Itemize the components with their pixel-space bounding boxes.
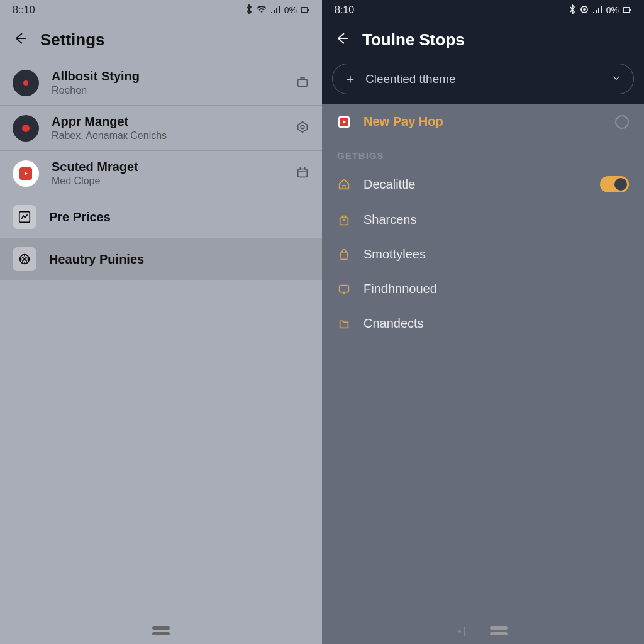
option-decalittle[interactable]: Decalittle bbox=[322, 166, 644, 203]
item-icon bbox=[13, 70, 39, 96]
item-body: Scuted Mraget Med Clope bbox=[52, 160, 283, 187]
featured-item[interactable]: New Pay Hop bbox=[322, 104, 644, 139]
nav-bar bbox=[322, 626, 644, 636]
compass-icon bbox=[13, 247, 36, 271]
item-subtitle: Rabex, Aonamaк Cenichs bbox=[52, 130, 283, 142]
page-title: Toulne Stops bbox=[362, 30, 465, 50]
back-icon[interactable] bbox=[13, 31, 28, 50]
item-body: Sharcens bbox=[364, 213, 629, 227]
settings-item-scuted[interactable]: Scuted Mraget Med Clope bbox=[0, 151, 322, 196]
status-indicators: 0% bbox=[569, 4, 631, 16]
battery-percent: 0% bbox=[284, 5, 297, 15]
item-title: Appr Manget bbox=[52, 114, 283, 129]
item-body: Smottylees bbox=[364, 247, 629, 262]
settings-item-prices[interactable]: Pre Prices bbox=[0, 196, 322, 238]
monitor-icon bbox=[337, 282, 351, 296]
calendar-icon bbox=[296, 165, 309, 182]
status-bar: 8::10 0% bbox=[0, 0, 322, 20]
briefcase-icon bbox=[296, 75, 309, 91]
svg-rect-1 bbox=[308, 9, 309, 11]
bluetooth-icon bbox=[569, 4, 576, 16]
svg-rect-2 bbox=[298, 79, 308, 86]
chevron-down-icon bbox=[611, 72, 622, 86]
theme-selector[interactable]: ＋ Cleentied ttheme bbox=[332, 64, 634, 94]
settings-item-appr[interactable]: Appr Manget Rabex, Aonamaк Cenichs bbox=[0, 106, 322, 151]
svg-rect-0 bbox=[301, 8, 308, 13]
signal-icon bbox=[592, 5, 602, 15]
item-body: Allbosit Stying Reehen bbox=[52, 69, 283, 96]
nav-left[interactable] bbox=[458, 627, 465, 636]
settings-screen: 8::10 0% Settings Allbosit St bbox=[0, 0, 322, 644]
status-time: 8:10 bbox=[335, 4, 354, 16]
item-icon bbox=[13, 115, 39, 142]
battery-icon bbox=[623, 5, 631, 15]
item-body: Findhnnoued bbox=[364, 282, 629, 296]
chart-icon bbox=[13, 205, 36, 229]
settings-item-allbosit[interactable]: Allbosit Stying Reehen bbox=[0, 60, 322, 106]
play-icon bbox=[340, 118, 348, 126]
theme-label: Cleentied ttheme bbox=[365, 72, 602, 86]
item-title: Heautry Puinies bbox=[49, 252, 309, 267]
svg-point-4 bbox=[301, 125, 304, 129]
option-cnandects[interactable]: Cnandects bbox=[322, 306, 644, 341]
section-header: GETBIGS bbox=[322, 139, 644, 166]
nav-bar bbox=[0, 626, 322, 636]
wifi-icon bbox=[257, 5, 267, 15]
item-body: Decalittle bbox=[364, 177, 587, 192]
header-bar: Settings bbox=[0, 20, 322, 60]
settings-item-heautry[interactable]: Heautry Puinies bbox=[0, 238, 322, 280]
item-subtitle: Reehen bbox=[52, 85, 283, 96]
location-icon bbox=[580, 5, 589, 16]
item-title: Allbosit Stying bbox=[52, 69, 283, 84]
svg-point-3 bbox=[22, 125, 30, 132]
options-list: Decalittle Sharcens Smottylees bbox=[322, 166, 644, 644]
svg-rect-10 bbox=[623, 8, 630, 13]
bag-icon bbox=[337, 248, 351, 262]
status-indicators: 0% bbox=[245, 4, 309, 16]
svg-rect-13 bbox=[340, 285, 349, 292]
home-icon bbox=[337, 177, 351, 191]
back-icon[interactable] bbox=[335, 31, 350, 50]
item-body: Appr Manget Rabex, Aonamaк Cenichs bbox=[52, 114, 283, 142]
option-findhnnoued[interactable]: Findhnnoued bbox=[322, 272, 644, 306]
page-title: Settings bbox=[40, 30, 105, 50]
item-body: Cnandects bbox=[364, 316, 629, 331]
settings-list: Allbosit Stying Reehen Appr Manget Rabex… bbox=[0, 60, 322, 644]
signal-icon bbox=[270, 5, 280, 15]
item-title: New Pay Hop bbox=[364, 114, 602, 129]
item-subtitle: Med Clope bbox=[52, 175, 283, 187]
item-icon bbox=[13, 160, 39, 187]
play-icon bbox=[19, 167, 32, 180]
recents-button[interactable] bbox=[490, 626, 508, 636]
hex-icon bbox=[296, 120, 309, 136]
toggle-on[interactable] bbox=[600, 176, 629, 192]
theme-selector-wrap: ＋ Cleentied ttheme bbox=[322, 60, 644, 104]
status-bar: 8:10 0% bbox=[322, 0, 644, 20]
svg-rect-5 bbox=[298, 169, 308, 177]
item-title: Pre Prices bbox=[49, 210, 309, 225]
item-title: Smottylees bbox=[364, 247, 629, 262]
item-body: Pre Prices bbox=[49, 210, 309, 225]
toulne-screen: 8:10 0% Toulne Stops ＋ Cleentied ttheme bbox=[322, 0, 644, 644]
item-title: Scuted Mraget bbox=[52, 160, 283, 174]
status-time: 8::10 bbox=[13, 4, 35, 16]
battery-percent: 0% bbox=[606, 5, 619, 15]
item-body: Heautry Puinies bbox=[49, 252, 309, 267]
battery-icon bbox=[301, 5, 309, 15]
svg-rect-11 bbox=[630, 9, 631, 11]
bluetooth-icon bbox=[245, 4, 253, 16]
svg-rect-12 bbox=[340, 218, 348, 225]
case-icon bbox=[337, 213, 351, 227]
item-title: Cnandects bbox=[364, 316, 629, 331]
svg-point-9 bbox=[583, 8, 586, 11]
option-smottylees[interactable]: Smottylees bbox=[322, 237, 644, 272]
option-sharcens[interactable]: Sharcens bbox=[322, 203, 644, 237]
plus-icon: ＋ bbox=[344, 70, 357, 87]
item-title: Sharcens bbox=[364, 213, 629, 227]
item-icon bbox=[337, 115, 351, 129]
item-title: Decalittle bbox=[364, 177, 587, 192]
item-body: New Pay Hop bbox=[364, 114, 602, 129]
item-title: Findhnnoued bbox=[364, 282, 629, 296]
recents-button[interactable] bbox=[152, 626, 170, 636]
radio-unchecked[interactable] bbox=[615, 115, 629, 129]
